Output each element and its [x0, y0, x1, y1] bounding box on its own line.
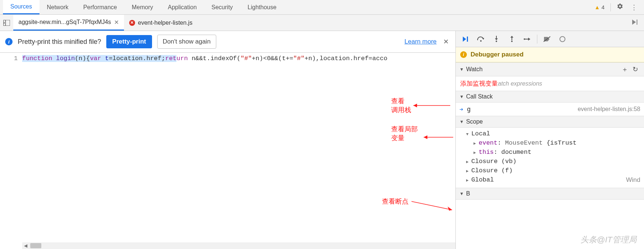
- chevron-down-icon: ▼: [459, 119, 464, 124]
- tab-lighthouse[interactable]: Lighthouse: [240, 0, 284, 14]
- navigator-toggle-icon[interactable]: [0, 15, 13, 31]
- dismiss-icon[interactable]: ✕: [442, 38, 450, 46]
- info-icon: i: [460, 51, 467, 58]
- warnings-count: 4: [602, 4, 605, 10]
- error-icon: ✕: [129, 20, 135, 26]
- debugger-paused-banner: i Debugger paused: [456, 47, 644, 62]
- scope-global[interactable]: ▶GlobalWind: [456, 175, 644, 185]
- chevron-down-icon: ▼: [459, 67, 464, 72]
- devtools-tabs: Sources Network Performance Memory Appli…: [0, 0, 644, 15]
- refresh-watch-icon[interactable]: ↻: [630, 65, 640, 73]
- scope-closure-1[interactable]: ▶Closure (vb): [456, 157, 644, 166]
- pretty-print-message: Pretty-print this minified file?: [18, 38, 101, 46]
- watch-section-header[interactable]: ▼ Watch ＋ ↻: [456, 62, 644, 76]
- file-tab-0[interactable]: aggsite-new.min...gSqT-7PfqxMJ4s ✕: [13, 15, 124, 31]
- scroll-left-icon[interactable]: ◀: [22, 243, 29, 248]
- tab-application[interactable]: Application: [161, 0, 204, 14]
- code-content: function login(n){var t=location.href;re…: [22, 55, 455, 62]
- file-tabs-row: aggsite-new.min...gSqT-7PfqxMJ4s ✕ ✕ eve…: [0, 15, 644, 31]
- file-tab-label: aggsite-new.min...gSqT-7PfqxMJ4s: [18, 19, 111, 25]
- frame-name: g: [467, 106, 471, 113]
- current-frame-icon: ➔: [459, 106, 463, 113]
- line-number: 1: [0, 55, 22, 62]
- step-into-icon[interactable]: [489, 31, 504, 47]
- debugger-toolbar: [456, 31, 644, 47]
- close-icon[interactable]: ✕: [114, 19, 119, 26]
- source-pane: i Pretty-print this minified file? Prett…: [0, 31, 456, 249]
- watermark: 头条@IT管理局: [581, 234, 637, 245]
- file-tab-label: event-helper-listen.js: [138, 20, 193, 26]
- watch-body: 添加监视变量atch expressions: [456, 76, 644, 91]
- svg-point-20: [524, 38, 525, 40]
- debugger-pane: i Debugger paused ▼ Watch ＋ ↻ 添加监视变量atch…: [456, 31, 644, 249]
- scope-section-header[interactable]: ▼ Scope: [456, 116, 644, 128]
- svg-point-11: [480, 40, 482, 42]
- scope-this[interactable]: ▶this: document: [456, 148, 644, 157]
- svg-marker-19: [528, 38, 530, 41]
- pretty-print-bar: i Pretty-print this minified file? Prett…: [0, 31, 455, 53]
- warning-icon: ▲: [595, 4, 600, 10]
- resume-icon[interactable]: [458, 31, 473, 47]
- info-icon: i: [5, 38, 13, 45]
- svg-marker-16: [510, 36, 513, 38]
- horizontal-scrollbar[interactable]: ◀: [22, 242, 455, 249]
- svg-point-17: [511, 41, 513, 42]
- svg-point-22: [560, 37, 565, 42]
- scope-title: Scope: [466, 118, 483, 125]
- callstack-title: Call Stack: [466, 93, 493, 100]
- step-icon[interactable]: [520, 31, 535, 47]
- annotation-watch: 添加监视变量: [460, 80, 498, 87]
- tab-security[interactable]: Security: [204, 0, 240, 14]
- dont-show-again-button[interactable]: Don't show again: [157, 35, 216, 49]
- breakpoints-section-header[interactable]: ▼ B: [456, 188, 644, 200]
- chevron-down-icon: ▼: [459, 94, 464, 99]
- warnings-badge[interactable]: ▲ 4: [591, 4, 608, 10]
- frame-location: event-helper-listen.js:58: [578, 106, 640, 113]
- svg-rect-9: [467, 37, 468, 42]
- watch-title: Watch: [466, 66, 483, 73]
- watch-placeholder: atch expressions: [498, 80, 542, 87]
- scope-local[interactable]: ▼Local: [456, 129, 644, 138]
- learn-more-link[interactable]: Learn more: [404, 38, 437, 45]
- paused-label: Debugger paused: [471, 51, 524, 58]
- tab-performance[interactable]: Performance: [76, 0, 124, 14]
- add-watch-icon[interactable]: ＋: [619, 65, 630, 74]
- pretty-print-button[interactable]: Pretty-print: [106, 35, 152, 48]
- deactivate-breakpoints-icon[interactable]: [540, 31, 554, 47]
- svg-rect-2: [637, 20, 637, 25]
- callstack-section-header[interactable]: ▼ Call Stack: [456, 91, 644, 103]
- run-snippet-icon[interactable]: [627, 20, 644, 26]
- scope-closure-2[interactable]: ▶Closure (f): [456, 166, 644, 175]
- stack-frame[interactable]: ➔ g event-helper-listen.js:58: [456, 103, 644, 116]
- chevron-down-icon: ▼: [459, 191, 464, 196]
- tab-network[interactable]: Network: [39, 0, 76, 14]
- tab-memory[interactable]: Memory: [124, 0, 161, 14]
- scroll-thumb[interactable]: [30, 243, 41, 248]
- tab-sources[interactable]: Sources: [3, 0, 39, 14]
- svg-marker-13: [495, 38, 498, 40]
- breakpoints-title: B: [466, 190, 470, 197]
- file-tab-1[interactable]: ✕ event-helper-listen.js: [124, 15, 198, 31]
- code-editor[interactable]: 1 function login(n){var t=location.href;…: [0, 53, 455, 249]
- more-icon[interactable]: ⋮: [627, 3, 641, 11]
- step-over-icon[interactable]: [473, 31, 488, 47]
- settings-icon[interactable]: [613, 3, 627, 11]
- step-out-icon[interactable]: [504, 31, 519, 47]
- svg-point-14: [496, 41, 497, 42]
- pause-exceptions-icon[interactable]: [555, 31, 570, 47]
- scope-body: ▼Local ▶event: MouseEvent {isTrust ▶this…: [456, 128, 644, 188]
- scope-event[interactable]: ▶event: MouseEvent {isTrust: [456, 138, 644, 148]
